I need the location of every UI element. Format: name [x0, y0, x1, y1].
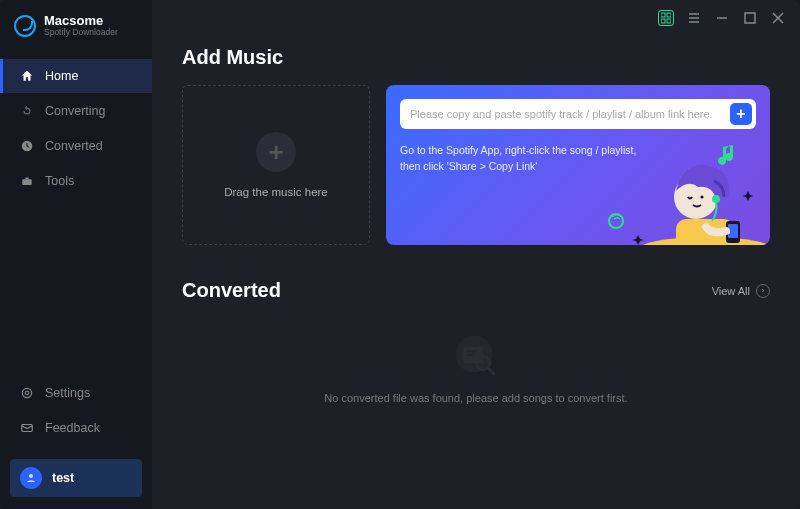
- nav-converting[interactable]: Converting: [0, 94, 152, 128]
- avatar-icon: [20, 467, 42, 489]
- grid-toggle-icon[interactable]: [658, 10, 674, 26]
- view-all-label: View All: [712, 285, 750, 297]
- add-link-button[interactable]: +: [730, 103, 752, 125]
- svg-line-31: [488, 368, 494, 374]
- link-input-wrap: +: [400, 99, 756, 129]
- mail-icon: [19, 420, 35, 436]
- nav-settings[interactable]: Settings: [0, 376, 152, 410]
- brand-title: Macsome: [44, 14, 118, 27]
- svg-rect-29: [466, 354, 473, 356]
- nav-home[interactable]: Home: [0, 59, 152, 93]
- dropzone-text: Drag the music here: [224, 186, 328, 198]
- svg-point-3: [25, 391, 29, 395]
- nav-tools-label: Tools: [45, 174, 74, 188]
- nav-converted[interactable]: Converted: [0, 129, 152, 163]
- brand: Macsome Spotify Downloader: [0, 10, 152, 53]
- brand-subtitle: Spotify Downloader: [44, 27, 118, 37]
- nav-tools[interactable]: Tools: [0, 164, 152, 198]
- content: Add Music + Drag the music here + Go to …: [152, 0, 800, 509]
- svg-rect-7: [661, 13, 665, 17]
- chevron-right-icon: ›: [756, 284, 770, 298]
- plus-circle-icon: +: [256, 132, 296, 172]
- home-icon: [19, 68, 35, 84]
- account-name: test: [52, 471, 74, 485]
- account-button[interactable]: test: [10, 459, 142, 497]
- sidebar: Macsome Spotify Downloader Home Converti…: [0, 0, 152, 509]
- svg-rect-1: [22, 179, 31, 185]
- nav-feedback-label: Feedback: [45, 421, 100, 435]
- nav-home-label: Home: [45, 69, 78, 83]
- close-icon[interactable]: [770, 10, 786, 26]
- dropzone[interactable]: + Drag the music here: [182, 85, 370, 245]
- nav-converting-label: Converting: [45, 104, 105, 118]
- toolbox-icon: [19, 173, 35, 189]
- listening-illustration: [576, 131, 770, 245]
- maximize-icon[interactable]: [742, 10, 758, 26]
- svg-rect-8: [667, 13, 671, 17]
- svg-rect-9: [661, 19, 665, 23]
- nav-converted-label: Converted: [45, 139, 103, 153]
- svg-point-4: [22, 388, 31, 397]
- clock-icon: [19, 138, 35, 154]
- svg-rect-2: [25, 178, 29, 180]
- link-input[interactable]: [410, 108, 722, 120]
- main-panel: Add Music + Drag the music here + Go to …: [152, 0, 800, 509]
- svg-point-6: [29, 474, 33, 478]
- add-row: + Drag the music here + Go to the Spotif…: [182, 85, 770, 245]
- svg-rect-15: [745, 13, 755, 23]
- window-controls: [658, 10, 786, 26]
- menu-icon[interactable]: [686, 10, 702, 26]
- svg-rect-28: [466, 351, 477, 353]
- empty-state: No converted file was found, please add …: [182, 316, 770, 414]
- minimize-icon[interactable]: [714, 10, 730, 26]
- add-music-heading: Add Music: [182, 46, 770, 69]
- empty-file-search-icon: [448, 334, 504, 378]
- brand-logo-icon: [14, 15, 36, 37]
- link-card: + Go to the Spotify App, right-click the…: [386, 85, 770, 245]
- gear-icon: [19, 385, 35, 401]
- converted-header: Converted View All ›: [182, 279, 770, 302]
- view-all-button[interactable]: View All ›: [712, 284, 770, 298]
- refresh-icon: [19, 103, 35, 119]
- nav-settings-label: Settings: [45, 386, 90, 400]
- secondary-nav: Settings Feedback: [0, 376, 152, 445]
- svg-rect-10: [667, 19, 671, 23]
- empty-text: No converted file was found, please add …: [324, 392, 627, 404]
- svg-point-22: [700, 195, 703, 198]
- nav-feedback[interactable]: Feedback: [0, 411, 152, 445]
- converted-heading: Converted: [182, 279, 281, 302]
- svg-point-23: [712, 195, 720, 203]
- primary-nav: Home Converting Converted Tools: [0, 59, 152, 198]
